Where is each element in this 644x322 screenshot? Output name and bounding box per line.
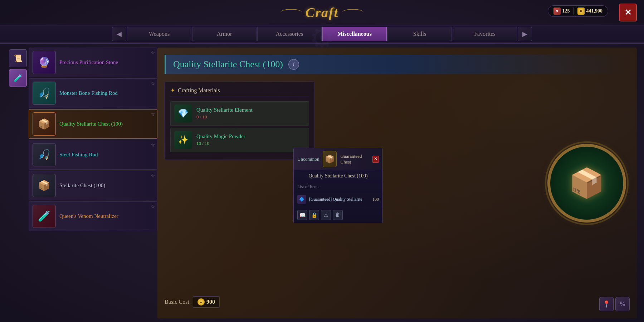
cost-value: 900 [206,299,215,305]
popup-title: Quality Stellarite Chest (100) [294,170,382,182]
list-item[interactable]: 🔮 Precious Purification Stone ☆ [29,48,157,77]
popup-header: Uncommon 📦 Guaranteed Chest ✕ [294,148,382,170]
count-zero-stellarite: 0 / 10 [196,114,207,119]
detail-area: Quality Stellarite Chest (100) i ✦ Craft… [157,48,637,318]
item-name-venom: Queen's Venom Neutralizer [59,213,118,219]
item-name-purification: Precious Purification Stone [59,59,118,65]
tab-accessories[interactable]: Accessories [257,27,322,41]
title-area: Craft [280,5,364,20]
bookmark-icon-3[interactable]: ☆ [151,142,155,148]
bookmark-icon-0[interactable]: ☆ [151,50,155,56]
currency-divider [574,8,574,15]
gold-coin-icon: ● [577,8,585,15]
popup-action-delete[interactable]: 🗑 [333,210,343,220]
tab-armor[interactable]: Armor [192,27,257,41]
list-item[interactable]: 🧪 Queen's Venom Neutralizer ☆ [29,201,157,231]
popup-actions: 📖 🔒 ⚠ 🗑 [294,207,382,223]
flag-icon: ⚑ [553,8,561,15]
material-icon-stellarite: 💎 [174,104,192,122]
content-area: 📜 🧪 🔮 Precious Purification Stone ☆ 🎣 Mo… [0,44,644,322]
currency-bar: ⚑ 125 ● 441,900 [548,5,609,17]
tab-navigation-wrapper: ◀ Weapons Armor Accessories Miscellaneou… [0,25,644,44]
popup-list-item-0: 🔷 [Guaranteed] Quality Stellarite 100 [294,192,382,207]
popup-list-icon-stellarite: 🔷 [297,195,306,204]
tab-navigation: ◀ Weapons Armor Accessories Miscellaneou… [0,25,644,43]
nav-arrow-right[interactable]: ▶ [518,27,532,41]
bookmark-icon-5[interactable]: ☆ [151,204,155,210]
tab-weapons[interactable]: Weapons [127,27,191,41]
tab-miscellaneous[interactable]: Miscellaneous [322,27,387,41]
item-icon-purification: 🔮 [33,51,56,74]
cost-gold-icon: ● [197,298,205,306]
popup-list-name-stellarite: [Guaranteed] Quality Stellarite [309,197,370,202]
item-name-steel-rod: Steel Fishing Rod [59,152,98,158]
count-ok-powder: 10 / 10 [196,141,209,146]
bookmark-icon-2[interactable]: ☆ [151,111,155,117]
material-info-powder: Quality Magic Powder 10 / 10 [196,133,305,146]
page-title: Craft [306,5,338,20]
popup-rarity: Uncommon [297,156,319,162]
material-item-0: 💎 Quality Stellarite Element 0 / 10 [170,101,309,126]
section-title: Crafting Materials [178,87,220,94]
currency-gold: ● 441,900 [577,8,603,15]
title-swirl-left [280,9,302,16]
category-scroll[interactable]: 📜 [9,49,27,67]
material-icon-powder: ✨ [174,131,192,149]
close-button[interactable]: ✕ [619,4,637,21]
popup-action-warning[interactable]: ⚠ [321,210,331,220]
category-sidebar: 📜 🧪 [7,48,29,318]
popup-close-button[interactable]: ✕ [372,156,379,163]
basic-cost-area: Basic Cost ● 900 [165,296,220,308]
list-item[interactable]: 📦 Stellarite Chest (100) ☆ [29,171,157,200]
item-list: 🔮 Precious Purification Stone ☆ 🎣 Monste… [29,48,157,318]
material-count-stellarite: 0 / 10 [196,114,305,120]
fleur-de-lis-icon: ✦ [170,87,175,94]
crafting-materials-section: ✦ Crafting Materials 💎 Quality Stellarit… [165,81,315,160]
info-icon[interactable]: i [288,59,299,70]
gold-value: 441,900 [586,8,603,14]
material-info-stellarite: Quality Stellarite Element 0 / 10 [196,107,305,120]
currency-flag: ⚑ 125 [553,8,570,15]
item-icon-steel-rod: 🎣 [33,143,56,166]
action-buttons: 📍 % [599,297,630,311]
cost-amount: ● 900 [193,296,220,308]
ornate-frame: 📦 [547,144,626,223]
chest-preview-icon: 📦 [569,166,605,200]
item-name-fishing-rod-monster: Monster Bone Fishing Rod [59,90,118,96]
list-item[interactable]: 📦 Quality Stellarite Chest (100) ☆ [29,109,157,139]
item-title-banner: Quality Stellarite Chest (100) i [165,55,630,74]
popup-action-lock[interactable]: 🔒 [309,210,319,220]
detail-item-title: Quality Stellarite Chest (100) [173,59,283,70]
tab-favorites[interactable]: Favorites [453,27,517,41]
nav-arrow-left[interactable]: ◀ [112,27,126,41]
popup-item-icon: 📦 [323,151,337,167]
popup-list-header: List of Items [294,182,382,192]
material-count-powder: 10 / 10 [196,141,305,146]
list-item[interactable]: 🎣 Monster Bone Fishing Rod ☆ [29,78,157,108]
popup-tooltip: Uncommon 📦 Guaranteed Chest ✕ Quality St… [293,148,383,223]
material-name-stellarite: Quality Stellarite Element [196,107,305,113]
header: ⚙ Craft ⚑ 125 ● 441,900 ✕ [0,0,644,25]
bookmark-icon-4[interactable]: ☆ [151,173,155,179]
popup-action-book[interactable]: 📖 [297,210,307,220]
right-decoration-area: 📦 📍 % [537,48,637,318]
section-header: ✦ Crafting Materials [170,87,309,97]
cost-label: Basic Cost [165,299,189,305]
item-icon-venom: 🧪 [33,205,56,228]
category-potion[interactable]: 🧪 [9,69,27,87]
item-icon-fishing-rod-monster: 🎣 [33,82,56,105]
percentage-button[interactable]: % [615,297,630,311]
title-swirl-right [342,9,364,16]
bookmark-icon-1[interactable]: ☆ [151,80,155,87]
material-item-1: ✨ Quality Magic Powder 10 / 10 [170,128,309,152]
popup-guaranteed-label: Guaranteed Chest [340,153,369,165]
map-pin-button[interactable]: 📍 [599,297,614,311]
list-item[interactable]: 🎣 Steel Fishing Rod ☆ [29,140,157,170]
item-name-stellarite-chest: Quality Stellarite Chest (100) [59,121,123,127]
flag-value: 125 [562,8,570,14]
popup-list-count-stellarite: 100 [372,197,379,202]
material-name-powder: Quality Magic Powder [196,133,305,140]
item-icon-stellarite-chest-plain: 📦 [33,174,56,197]
item-name-stellarite-chest-plain: Stellarite Chest (100) [59,182,105,189]
tab-skills[interactable]: Skills [387,27,452,41]
